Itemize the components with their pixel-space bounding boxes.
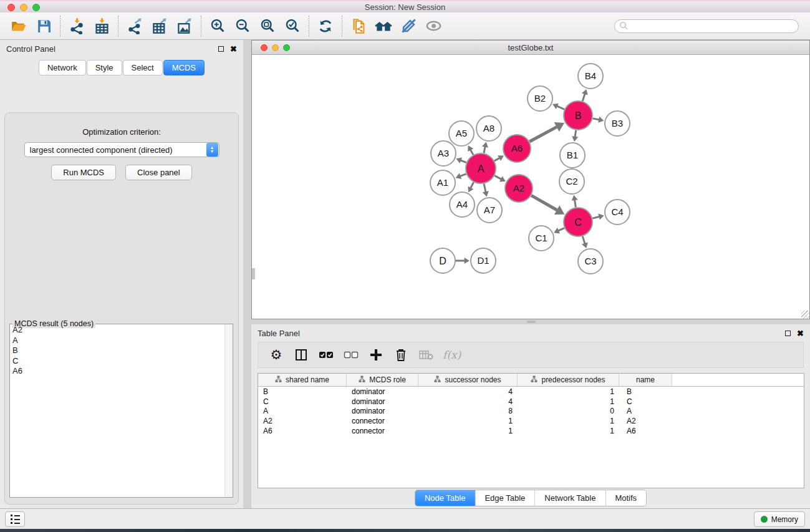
table-body: Bdominator41BCdominator41CAdominator80AA…: [258, 387, 804, 436]
table-cell: [672, 426, 804, 436]
new-network-icon[interactable]: [346, 15, 371, 37]
column-header-successor-nodes[interactable]: successor nodes: [418, 374, 518, 386]
network-edge-A-A5[interactable]: [470, 150, 473, 155]
zoom-fit-icon[interactable]: [255, 15, 280, 37]
table-cell: [672, 407, 804, 417]
export-image-icon[interactable]: [172, 15, 197, 37]
network-edge-B-B2[interactable]: [557, 106, 564, 109]
header-filler: [672, 374, 804, 386]
tab-motifs[interactable]: Motifs: [605, 490, 646, 506]
network-edge-A-A7[interactable]: [484, 183, 486, 192]
tab-node-table[interactable]: Node Table: [415, 490, 476, 506]
network-edge-A-A8[interactable]: [484, 147, 485, 153]
run-mcds-button[interactable]: Run MCDS: [51, 165, 116, 180]
criterion-dropdown[interactable]: largest connected component (directed) ▲…: [24, 142, 219, 157]
close-panel-button[interactable]: Close panel: [125, 165, 192, 180]
node-label-C1: C1: [535, 233, 547, 243]
table-row[interactable]: A6connector11A6: [258, 426, 804, 436]
table-header-row: shared nameMCDS rolesuccessor nodesprede…: [258, 374, 804, 387]
network-resize-grip[interactable]: [801, 311, 809, 319]
network-edge-C-C2[interactable]: [574, 200, 576, 207]
tab-network[interactable]: Network: [39, 60, 86, 75]
network-edge-B-B4[interactable]: [582, 94, 585, 101]
table-cell: 1: [418, 416, 518, 426]
zoom-selected-icon[interactable]: [280, 15, 305, 37]
mcds-result-item[interactable]: A: [10, 336, 224, 346]
add-column-icon[interactable]: [368, 347, 384, 363]
result-list-scrollbar[interactable]: [224, 324, 233, 497]
import-network-icon[interactable]: [64, 15, 89, 37]
tab-network-table[interactable]: Network Table: [535, 490, 605, 506]
refresh-layout-icon[interactable]: [313, 15, 338, 37]
show-columns-icon[interactable]: [293, 347, 309, 363]
zoom-in-icon[interactable]: [205, 15, 230, 37]
float-table-panel-icon[interactable]: [785, 331, 791, 336]
mcds-result-item[interactable]: C: [10, 356, 224, 367]
task-history-button[interactable]: [5, 511, 25, 527]
delete-table-icon[interactable]: [418, 347, 434, 363]
table-row[interactable]: Adominator80A: [258, 407, 804, 417]
network-vscrollbar[interactable]: [252, 268, 255, 279]
column-header-MCDS-role[interactable]: MCDS role: [347, 374, 418, 386]
network-edge-A-A3[interactable]: [460, 160, 466, 163]
select-all-icon[interactable]: [318, 347, 334, 363]
network-edge-A-A6[interactable]: [494, 158, 500, 161]
tab-edge-table[interactable]: Edge Table: [475, 490, 535, 506]
network-close-button[interactable]: [261, 44, 268, 51]
export-table-icon[interactable]: [147, 15, 172, 37]
table-cell: C: [619, 397, 672, 407]
show-graphics-details-icon[interactable]: [421, 15, 446, 37]
import-table-icon[interactable]: [89, 15, 114, 37]
open-file-icon[interactable]: [6, 15, 31, 37]
memory-button[interactable]: Memory: [754, 511, 805, 527]
delete-column-icon[interactable]: [393, 347, 409, 363]
network-edge-B-B1[interactable]: [575, 130, 576, 137]
network-edge-A-A2[interactable]: [494, 176, 501, 180]
mcds-result-item[interactable]: A6: [10, 366, 224, 377]
minimize-window-button[interactable]: [20, 4, 27, 11]
network-canvas[interactable]: AA6A2BCA5A8A3A1A4A7B2B4B3B1C2C4C1C3DD1: [252, 56, 809, 319]
network-edge-C-C4[interactable]: [592, 216, 599, 218]
hide-annotations-icon[interactable]: [396, 15, 421, 37]
table-cell: [672, 397, 804, 407]
network-edge-A2-C[interactable]: [531, 195, 557, 210]
network-maximize-button[interactable]: [283, 44, 290, 51]
close-panel-icon[interactable]: ✖: [230, 45, 237, 53]
table-cell: B: [619, 387, 672, 397]
close-window-button[interactable]: [7, 4, 15, 11]
function-builder-icon[interactable]: f(x): [443, 347, 461, 363]
network-minimize-button[interactable]: [272, 44, 279, 51]
criterion-value: largest connected component (directed): [25, 145, 206, 155]
network-edge-C-C1[interactable]: [558, 228, 564, 231]
zoom-out-icon[interactable]: [230, 15, 255, 37]
network-edge-C-C3[interactable]: [582, 236, 585, 244]
column-header-name[interactable]: name: [619, 374, 672, 386]
tab-style[interactable]: Style: [87, 60, 122, 75]
node-label-C3: C3: [584, 256, 596, 266]
table-settings-gear-icon[interactable]: ⚙: [268, 347, 284, 363]
deselect-all-icon[interactable]: [343, 347, 359, 363]
network-hscrollbar[interactable]: [527, 321, 536, 323]
mcds-result-item[interactable]: A2: [10, 325, 224, 336]
search-input[interactable]: [614, 19, 799, 33]
network-window-titlebar[interactable]: testGlobe.txt: [252, 41, 809, 55]
mcds-result-item[interactable]: B: [10, 346, 224, 356]
network-edge-A-A4[interactable]: [471, 182, 474, 188]
network-edge-A6-B[interactable]: [529, 127, 557, 142]
network-edge-B-B3[interactable]: [593, 118, 600, 120]
table-row[interactable]: Bdominator41B: [258, 387, 804, 397]
column-header-predecessor-nodes[interactable]: predecessor nodes: [518, 374, 619, 386]
tab-select[interactable]: Select: [123, 60, 163, 75]
column-header-shared-name[interactable]: shared name: [258, 374, 347, 386]
float-panel-icon[interactable]: [218, 46, 224, 52]
network-edge-A-A1[interactable]: [460, 174, 466, 177]
save-session-icon[interactable]: [31, 15, 56, 37]
reset-view-icon[interactable]: [371, 15, 396, 37]
export-network-icon[interactable]: [122, 15, 147, 37]
tab-mcds[interactable]: MCDS: [163, 60, 205, 75]
mcds-result-list[interactable]: A2ABCA6: [10, 325, 224, 497]
close-table-panel-icon[interactable]: ✖: [797, 329, 804, 337]
table-row[interactable]: A2connector11A2: [258, 416, 804, 426]
maximize-window-button[interactable]: [32, 4, 40, 11]
table-row[interactable]: Cdominator41C: [258, 397, 804, 407]
